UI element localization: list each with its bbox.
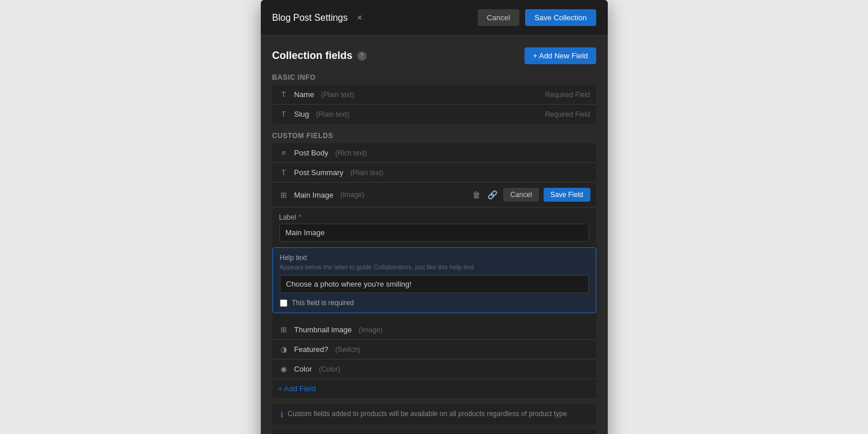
save-collection-button[interactable]: Save Collection [525,9,596,26]
field-editor-actions: 🗑 🔗 Cancel Save Field [471,188,590,202]
required-checkbox[interactable] [280,299,287,307]
cancel-button[interactable]: Cancel [478,9,519,26]
blog-post-settings-modal: Blog Post Settings × Cancel Save Collect… [261,0,608,434]
field-type: (Color) [319,365,341,373]
basic-info-label: Basic info [272,73,596,81]
text-icon: T [278,168,290,177]
section-title: Collection fields [272,50,353,62]
field-type: (Image) [340,191,364,199]
field-type: (Plain text) [350,169,383,177]
required-star: * [298,213,301,221]
section-header: Collection fields ? + Add New Field [272,47,596,64]
field-form: Label * Help text Appears below the labe… [272,207,596,320]
field-type: (Image) [359,326,382,334]
field-name: Main Image [294,191,334,199]
help-text-title: Help text [280,254,589,262]
rich-text-icon: ≡ [278,149,290,157]
label-input[interactable] [279,224,589,242]
field-name: Thumbnail image [294,325,352,334]
image-icon: ⊞ [278,191,290,199]
required-field-label: Required Field [545,91,590,99]
link-icon[interactable]: 🔗 [486,189,498,201]
field-name: Name [294,90,315,99]
required-checkbox-label: This field is required [292,299,354,307]
field-name: Post Body [294,149,328,157]
save-field-button[interactable]: Save Field [544,188,590,202]
modal-title: Blog Post Settings [272,13,348,23]
info-text: Custom fields added to products will be … [288,410,569,418]
add-field-label: + Add Field [278,384,316,393]
close-button[interactable]: × [353,12,365,24]
switch-icon: ◑ [278,345,290,354]
fields-left-bar: ↑ 24/30 fields left. [272,429,596,434]
custom-fields-label: Custom fields [272,132,596,140]
table-row: T Name (Plain text) Required Field [272,85,596,105]
add-field-row[interactable]: + Add Field [272,379,596,398]
field-type: (Plain text) [316,110,349,118]
table-row: T Slug (Plain text) Required Field [272,105,596,124]
label-field-label: Label * [279,213,589,221]
required-field-label: Required Field [545,110,590,118]
modal-header: Blog Post Settings × Cancel Save Collect… [261,0,608,36]
help-icon[interactable]: ? [357,51,367,61]
modal-body: Collection fields ? + Add New Field Basi… [261,36,608,434]
info-icon: ℹ [280,410,283,419]
add-new-field-button[interactable]: + Add New Field [525,47,596,64]
section-title-group: Collection fields ? [272,50,367,62]
table-row: ≡ Post Body (Rich text) [272,143,596,163]
table-row: T Post Summary (Plain text) [272,163,596,183]
image-icon: ⊞ [278,325,290,334]
text-icon: T [278,110,290,118]
header-actions: Cancel Save Collection [478,9,596,26]
field-type: (Plain text) [321,91,354,99]
field-type: (Rich text) [335,149,367,157]
field-name: Featured? [294,345,328,354]
cancel-field-button[interactable]: Cancel [503,188,538,202]
table-row: ◑ Featured? (Switch) [272,340,596,359]
text-icon: T [278,90,290,99]
field-name: Color [294,365,312,373]
custom-fields-container: ≡ Post Body (Rich text) T Post Summary (… [272,143,596,398]
title-group: Blog Post Settings × [272,12,366,24]
color-icon: ◉ [278,365,290,373]
delete-icon[interactable]: 🗑 [471,189,482,201]
table-row: ⊞ Thumbnail image (Image) [272,320,596,340]
basic-info-fields: T Name (Plain text) Required Field T Slu… [272,85,596,124]
table-row: ◉ Color (Color) [272,359,596,379]
field-name: Slug [294,110,309,118]
field-type: (Switch) [335,346,360,354]
field-name: Post Summary [294,168,343,177]
help-text-box: Help text Appears below the label to gui… [272,247,596,313]
help-text-desc: Appears below the label to guide Collabo… [280,264,589,270]
required-checkbox-row: This field is required [280,299,589,307]
help-text-input[interactable] [280,275,589,293]
main-image-row: ⊞ Main Image (Image) 🗑 🔗 Cancel Save Fie… [272,183,596,207]
info-bar: ℹ Custom fields added to products will b… [272,404,596,425]
